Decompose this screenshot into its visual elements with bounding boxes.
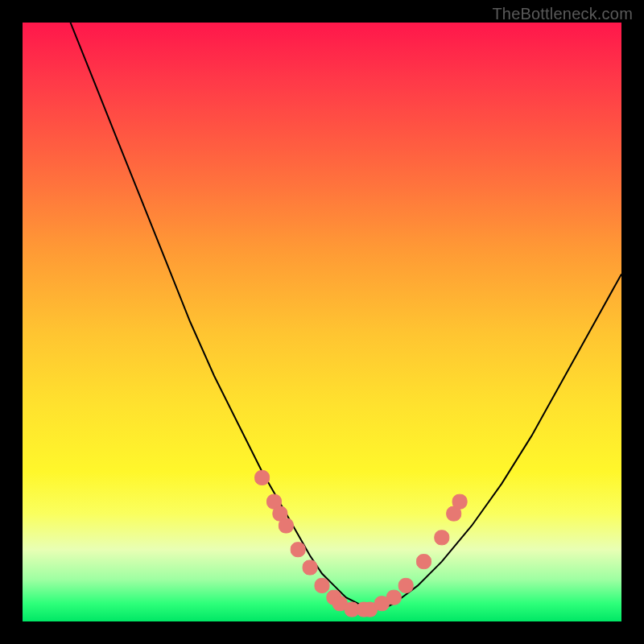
- curve-markers: [255, 470, 467, 617]
- curve-marker: [303, 560, 317, 575]
- curve-marker: [255, 470, 270, 485]
- curve-marker: [291, 543, 305, 557]
- plot-area: [23, 23, 621, 621]
- curve-marker: [452, 494, 467, 509]
- watermark-text: TheBottleneck.com: [492, 5, 633, 23]
- chart-frame: TheBottleneck.com: [0, 0, 644, 644]
- curve-marker: [435, 530, 449, 545]
- curve-svg: [23, 23, 621, 621]
- curve-marker: [279, 518, 293, 533]
- curve-marker: [417, 555, 431, 569]
- curve-marker: [386, 590, 401, 605]
- curve-marker: [398, 578, 413, 592]
- bottleneck-curve: [71, 23, 622, 609]
- curve-marker: [315, 578, 329, 592]
